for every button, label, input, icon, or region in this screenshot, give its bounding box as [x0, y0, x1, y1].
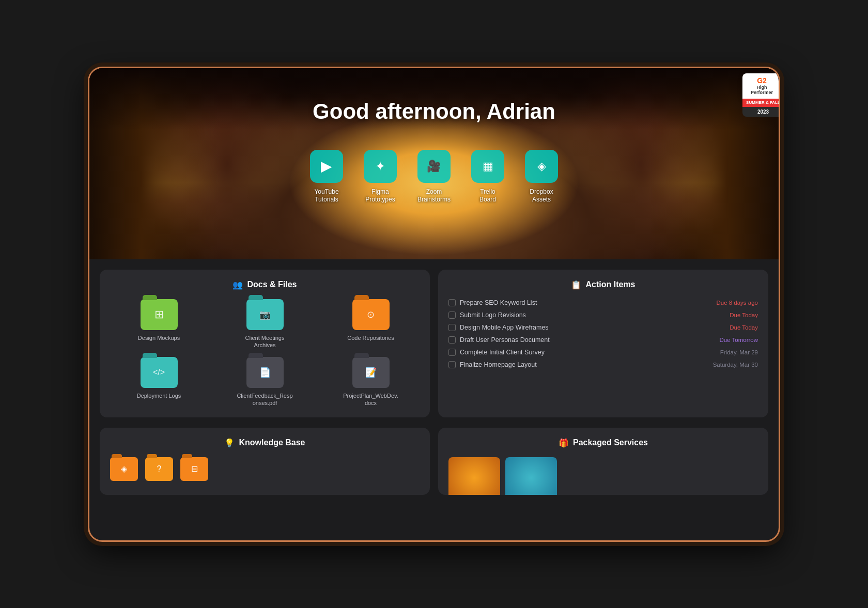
- action-text-wireframes: Design Mobile App Wireframes: [460, 324, 549, 331]
- packaged-services-title: Packaged Services: [573, 438, 648, 447]
- quick-link-dropbox[interactable]: ◈ DropboxAssets: [525, 150, 558, 204]
- action-item-seo[interactable]: Prepare SEO Keyword List Due 8 days ago: [448, 299, 758, 306]
- g2-badge: G2 High Performer SUMMER & FALL 2023: [742, 73, 780, 120]
- design-mockups-icon: ⊞: [154, 308, 164, 321]
- deployment-logs-icon: </>: [153, 368, 165, 377]
- project-plan-icon: 📝: [365, 367, 377, 378]
- kb-folder-2[interactable]: ?: [145, 457, 173, 481]
- deployment-logs-label: Deployment Logs: [137, 392, 181, 399]
- service-img-2[interactable]: [505, 457, 557, 495]
- action-text-personas: Draft User Personas Document: [460, 336, 550, 344]
- g2-performer: Performer: [747, 90, 777, 96]
- youtube-icon: ▶: [321, 158, 332, 175]
- knowledge-base-title: Knowledge Base: [239, 438, 305, 447]
- figma-label: FigmaPrototypes: [365, 188, 395, 204]
- docs-files-header: 👥 Docs & Files: [110, 280, 420, 290]
- checkbox-homepage[interactable]: [448, 361, 456, 368]
- knowledge-base-icon: 💡: [224, 438, 235, 448]
- kb-folders: ◈ ? ⊟: [110, 457, 420, 481]
- action-item-survey[interactable]: Complete Initial Client Survey Friday, M…: [448, 349, 758, 356]
- trello-icon-box: ▦: [471, 150, 504, 183]
- docs-files-icon: 👥: [233, 280, 243, 290]
- service-img-1[interactable]: [448, 457, 500, 495]
- file-item-deployment-logs[interactable]: </> Deployment Logs: [110, 357, 208, 407]
- kb-folder-1[interactable]: ◈: [110, 457, 138, 481]
- knowledge-base-panel: 💡 Knowledge Base ◈ ? ⊟: [100, 428, 430, 495]
- checkbox-wireframes[interactable]: [448, 324, 456, 331]
- checkbox-logo[interactable]: [448, 311, 456, 319]
- action-item-wireframes[interactable]: Design Mobile App Wireframes Due Today: [448, 324, 758, 331]
- client-feedback-icon: 📄: [259, 367, 271, 378]
- client-feedback-label: ClientFeedback_Responses.pdf: [237, 392, 292, 407]
- main-content: 👥 Docs & Files ⊞ Design Mockups 📷 Client…: [89, 259, 779, 428]
- action-item-homepage[interactable]: Finalize Homepage Layout Saturday, Mar 3…: [448, 361, 758, 368]
- g2-logo: G2: [747, 76, 777, 85]
- packaged-services-icon: 🎁: [559, 438, 569, 448]
- kb-folder-2-icon: ?: [157, 464, 162, 474]
- folder-client-feedback: 📄: [246, 357, 284, 388]
- file-item-design-mockups[interactable]: ⊞ Design Mockups: [110, 299, 208, 349]
- figma-icon-box: ✦: [364, 150, 397, 183]
- docs-files-title: Docs & Files: [247, 280, 297, 289]
- trello-label: TrelloBoard: [479, 188, 496, 204]
- quick-link-figma[interactable]: ✦ FigmaPrototypes: [364, 150, 397, 204]
- zoom-label: ZoomBrainstorms: [417, 188, 451, 204]
- action-item-personas[interactable]: Draft User Personas Document Due Tomorro…: [448, 336, 758, 344]
- trello-icon: ▦: [483, 160, 493, 173]
- project-plan-label: ProjectPlan_WebDev.docx: [343, 392, 398, 407]
- zoom-icon: 🎥: [427, 160, 441, 173]
- dropbox-label: DropboxAssets: [530, 188, 553, 204]
- file-item-client-meetings[interactable]: 📷 Client MeetingsArchives: [216, 299, 314, 349]
- checkbox-seo[interactable]: [448, 299, 456, 306]
- action-items-list: Prepare SEO Keyword List Due 8 days ago …: [448, 299, 758, 368]
- quick-link-youtube[interactable]: ▶ YouTubeTutorials: [310, 150, 343, 204]
- packaged-services-header: 🎁 Packaged Services: [448, 438, 758, 448]
- file-item-project-plan[interactable]: 📝 ProjectPlan_WebDev.docx: [322, 357, 420, 407]
- g2-season: SUMMER & FALL: [742, 99, 780, 107]
- folder-project-plan: 📝: [352, 357, 390, 388]
- youtube-icon-box: ▶: [310, 150, 343, 183]
- quick-link-zoom[interactable]: 🎥 ZoomBrainstorms: [417, 150, 451, 204]
- action-items-icon: 📋: [571, 280, 581, 290]
- checkbox-survey[interactable]: [448, 349, 456, 356]
- g2-high: High: [747, 85, 777, 90]
- action-items-title: Action Items: [585, 280, 635, 289]
- zoom-icon-box: 🎥: [417, 150, 451, 183]
- greeting-text: Good afternoon, Adrian: [313, 99, 555, 124]
- due-homepage: Saturday, Mar 30: [713, 362, 758, 368]
- hero-section: Good afternoon, Adrian ▶ YouTubeTutorial…: [89, 68, 779, 259]
- client-meetings-label: Client MeetingsArchives: [245, 334, 285, 349]
- files-grid: ⊞ Design Mockups 📷 Client MeetingsArchiv…: [110, 299, 420, 407]
- due-wireframes: Due Today: [730, 324, 758, 331]
- action-items-panel: 📋 Action Items Prepare SEO Keyword List …: [438, 270, 768, 417]
- design-mockups-label: Design Mockups: [138, 334, 180, 341]
- client-meetings-icon: 📷: [259, 309, 271, 320]
- action-item-logo[interactable]: Submit Logo Revisions Due Today: [448, 311, 758, 319]
- code-repos-label: Code Repositories: [347, 334, 394, 341]
- checkbox-personas[interactable]: [448, 336, 456, 344]
- action-text-seo: Prepare SEO Keyword List: [460, 299, 537, 306]
- file-item-client-feedback[interactable]: 📄 ClientFeedback_Responses.pdf: [216, 357, 314, 407]
- action-text-logo: Submit Logo Revisions: [460, 311, 526, 319]
- code-repos-icon: ⊙: [367, 309, 375, 320]
- packaged-services-images: [448, 457, 758, 495]
- folder-client-meetings: 📷: [246, 299, 284, 330]
- g2-year: 2023: [742, 107, 780, 117]
- folder-design-mockups: ⊞: [141, 299, 178, 330]
- packaged-services-panel: 🎁 Packaged Services: [438, 428, 768, 495]
- due-personas: Due Tomorrow: [719, 337, 758, 343]
- hero-content: Good afternoon, Adrian ▶ YouTubeTutorial…: [89, 68, 779, 204]
- kb-folder-1-icon: ◈: [121, 464, 127, 474]
- file-item-code-repos[interactable]: ⊙ Code Repositories: [322, 299, 420, 349]
- device-frame: G2 High Performer SUMMER & FALL 2023 Goo…: [88, 67, 780, 542]
- kb-folder-3[interactable]: ⊟: [180, 457, 208, 481]
- folder-code-repos: ⊙: [352, 299, 390, 330]
- quick-links-row: ▶ YouTubeTutorials ✦ FigmaPrototypes 🎥 Z…: [310, 150, 558, 204]
- action-text-survey: Complete Initial Client Survey: [460, 349, 545, 356]
- docs-files-panel: 👥 Docs & Files ⊞ Design Mockups 📷 Client…: [100, 270, 430, 417]
- folder-deployment-logs: </>: [141, 357, 178, 388]
- youtube-label: YouTubeTutorials: [314, 188, 338, 204]
- knowledge-base-header: 💡 Knowledge Base: [110, 438, 420, 448]
- due-logo: Due Today: [730, 312, 758, 318]
- quick-link-trello[interactable]: ▦ TrelloBoard: [471, 150, 504, 204]
